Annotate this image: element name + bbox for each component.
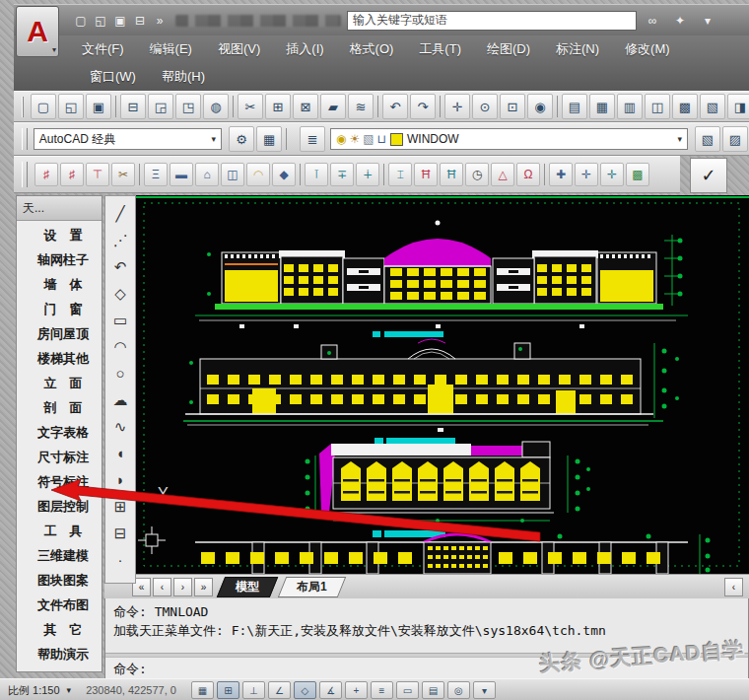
layer-state-icon[interactable]: ▧ (363, 132, 374, 146)
status-toggle-icon[interactable]: ◎ (447, 681, 470, 699)
tianzheng-toolbar-icon[interactable]: ⊺ (305, 163, 328, 186)
tab-scroll-left-icon[interactable]: ‹ (724, 578, 743, 596)
sidebar-item[interactable]: 楼梯其他 (25, 346, 102, 371)
tianzheng-toolbar-icon[interactable]: ♯ (34, 163, 58, 186)
toolbar-button[interactable]: ⊠ (293, 94, 318, 119)
toolbar-button[interactable] (557, 96, 558, 117)
draw-tool-icon[interactable]: ◇ (107, 280, 133, 307)
menu-item[interactable]: 插入(I) (273, 40, 336, 58)
status-toggle-icon[interactable]: ∠ (268, 681, 291, 699)
titlebar-icon[interactable]: ▾ (698, 11, 717, 31)
tianzheng-toolbar-icon[interactable]: ⌶ (388, 163, 412, 186)
layer-tool-icon[interactable]: ▨ (722, 126, 748, 152)
sidebar-item[interactable]: 房间屋顶 (25, 321, 102, 346)
toolbar-button[interactable]: ▦ (589, 94, 615, 119)
sidebar-item[interactable]: 门 窗 (25, 297, 102, 321)
draw-tool-icon[interactable]: ○ (107, 360, 133, 386)
sidebar-item[interactable]: 图块图案 (25, 568, 102, 593)
sidebar-item[interactable]: 设 置 (25, 223, 102, 247)
sidebar-item[interactable]: 文件布图 (25, 593, 102, 617)
layer-properties-icon[interactable]: ≣ (300, 126, 325, 152)
status-toggle-icon[interactable]: ∡ (319, 681, 342, 699)
quick-access-icon[interactable]: ▣ (110, 11, 130, 31)
layer-combo[interactable]: ◉☀▧⊔ WINDOW ▾ (330, 128, 688, 150)
menu-item[interactable]: 修改(M) (612, 40, 683, 58)
toolbar-button[interactable]: ◨ (727, 94, 749, 119)
workspace-settings-icon[interactable]: ▦ (256, 126, 282, 152)
toolbar-button[interactable]: ⊙ (472, 94, 498, 119)
toolbar-button[interactable]: ✛ (444, 94, 470, 119)
draw-tool-icon[interactable]: ⊞ (107, 493, 133, 520)
toolbar-button[interactable]: ▩ (672, 94, 698, 119)
tab-nav-icon[interactable]: › (173, 578, 192, 596)
tianzheng-toolbar-icon[interactable]: ∔ (356, 163, 379, 186)
draw-tool-icon[interactable]: ◗ (107, 466, 133, 493)
menu-item[interactable]: 窗口(W) (77, 68, 149, 86)
tianzheng-toolbar-icon[interactable]: Ξ (144, 163, 168, 186)
toolbar-button[interactable]: ◉ (527, 94, 553, 119)
sidebar-item[interactable]: 尺寸标注 (25, 445, 102, 469)
toolbar-button[interactable]: ≋ (348, 94, 374, 119)
toolbar-button[interactable] (440, 96, 441, 117)
titlebar-icon[interactable]: ✦ (670, 11, 690, 31)
tianzheng-toolbar-icon[interactable]: ◆ (272, 163, 296, 186)
toolbar-button[interactable]: ▰ (320, 94, 346, 119)
tianzheng-toolbar-icon[interactable]: ✛ (575, 163, 598, 186)
tianzheng-toolbar-icon[interactable]: ⌂ (195, 163, 219, 186)
toolbar-button[interactable] (115, 96, 116, 117)
tab-layout1[interactable]: 布局1 (278, 577, 346, 597)
toolbar-button[interactable]: ⊞ (265, 94, 291, 119)
tianzheng-toolbar-icon[interactable]: ◫ (221, 163, 244, 186)
draw-tool-icon[interactable]: ☁ (107, 386, 133, 413)
draw-tool-icon[interactable]: ⋰ (107, 227, 133, 253)
autocad-logo[interactable]: A ▾ (16, 6, 59, 57)
tianzheng-toolbar-icon[interactable]: ◷ (465, 163, 489, 186)
draw-tool-icon[interactable]: ▭ (107, 307, 133, 333)
sidebar-item[interactable]: 墙 体 (25, 272, 102, 297)
status-toggle-icon[interactable]: ▦ (191, 681, 214, 699)
tab-model[interactable]: 模型 (217, 577, 278, 597)
draw-tool-icon[interactable]: ↶ (107, 253, 133, 280)
tianzheng-toolbar-icon[interactable]: ▩ (626, 163, 649, 186)
quick-access-icon[interactable]: » (150, 11, 170, 31)
toolbar-button[interactable]: ⊡ (500, 94, 525, 119)
layer-state-icon[interactable]: ⊔ (377, 132, 386, 146)
tianzheng-toolbar-icon[interactable]: ▬ (170, 163, 193, 186)
status-toggle-icon[interactable]: ◇ (294, 681, 316, 699)
sidebar-title[interactable]: 天... (17, 196, 102, 221)
tianzheng-toolbar-icon[interactable]: ◠ (246, 163, 270, 186)
sidebar-item[interactable]: 立 面 (25, 371, 102, 395)
tianzheng-toolbar-icon[interactable]: Ħ (414, 163, 438, 186)
toolbar-button[interactable]: ↷ (410, 94, 436, 119)
toolbar-button[interactable]: ▤ (562, 94, 587, 119)
command-window[interactable]: 命令: TMNLOAD 加载天正菜单文件: F:\新天正,安装及释放文件\安装释… (104, 597, 749, 678)
toolbar-button[interactable]: ▢ (31, 94, 56, 119)
menu-item[interactable]: 帮助(H) (149, 68, 218, 86)
tianzheng-toolbar-icon[interactable]: ✚ (549, 163, 573, 186)
toolbar-button[interactable]: ◳ (175, 94, 201, 119)
menu-item[interactable]: 视图(V) (205, 40, 273, 58)
sidebar-item[interactable]: 文字表格 (25, 420, 102, 445)
tianzheng-toolbar-icon[interactable]: ✛ (600, 163, 624, 186)
menu-item[interactable]: 标注(N) (543, 40, 612, 58)
draw-tool-icon[interactable]: ⊟ (107, 520, 133, 546)
tianzheng-toolbar-icon[interactable]: △ (491, 163, 514, 186)
layer-tool-icon[interactable]: ▧ (695, 126, 720, 152)
toolbar-button[interactable]: ◫ (645, 94, 670, 119)
status-toggle-icon[interactable]: ≡ (371, 681, 393, 699)
drawing-canvas[interactable]: Y (136, 195, 749, 574)
tianzheng-toolbar-icon[interactable] (300, 164, 301, 185)
status-toggle-icon[interactable]: ▭ (396, 681, 419, 699)
sidebar-item[interactable]: 三维建模 (25, 543, 102, 568)
tab-nav-icon[interactable]: » (194, 578, 213, 596)
status-toggle-icon[interactable]: ⊞ (217, 681, 239, 699)
search-input[interactable] (347, 11, 637, 31)
workspace-combo[interactable]: AutoCAD 经典 ▾ (34, 128, 222, 150)
tianzheng-toolbar-icon[interactable]: Ħ (440, 163, 463, 186)
tianzheng-toolbar-icon[interactable] (544, 164, 545, 185)
draw-tool-icon[interactable]: ∿ (107, 413, 133, 440)
sidebar-item[interactable]: 其 它 (25, 617, 102, 642)
tianzheng-toolbar-icon[interactable]: ⊤ (86, 163, 109, 186)
toolbar-button[interactable]: ▧ (700, 94, 725, 119)
tianzheng-toolbar-icon[interactable] (139, 164, 140, 185)
